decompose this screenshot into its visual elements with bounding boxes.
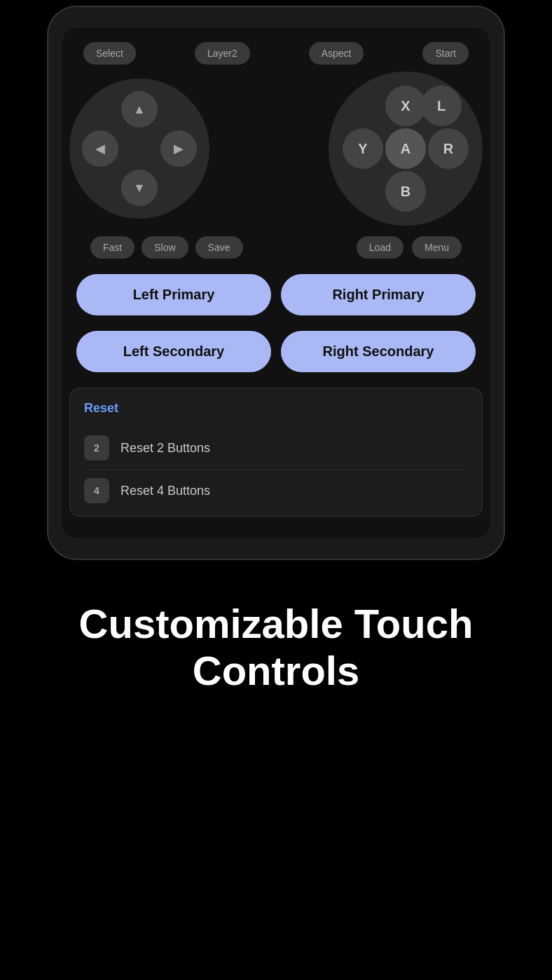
joysticks-row: ▲ ▼ ◀ ▶ X L [69,72,483,226]
x-button[interactable]: X [385,86,426,126]
reset-2-buttons-item[interactable]: 2 Reset 2 Buttons [84,427,468,470]
reset-panel: Reset 2 Reset 2 Buttons 4 Reset 4 Button… [69,388,483,517]
abxy-pad: X L Y A R B [329,72,483,226]
primary-action-buttons-row: Left Primary Right Primary [69,274,483,315]
left-secondary-button[interactable]: Left Secondary [76,331,271,372]
dpad-left-button[interactable]: ◀ [82,130,118,167]
dpad-up-button[interactable]: ▲ [121,91,158,128]
reset-4-icon: 4 [84,478,109,503]
save-button[interactable]: Save [195,236,243,259]
dpad: ▲ ▼ ◀ ▶ [69,79,209,219]
right-primary-button[interactable]: Right Primary [281,274,476,315]
y-button[interactable]: Y [343,128,383,169]
down-arrow-icon: ▼ [133,181,146,196]
start-button[interactable]: Start [422,42,469,64]
menu-button[interactable]: Menu [412,236,462,259]
l-button[interactable]: L [421,86,462,126]
reset-2-icon: 2 [84,435,109,461]
reset-4-label: Reset 4 Buttons [120,484,210,498]
secondary-action-buttons-row: Left Secondary Right Secondary [69,331,483,372]
up-arrow-icon: ▲ [133,102,146,117]
dpad-down-button[interactable]: ▼ [121,170,158,206]
slow-button[interactable]: Slow [142,236,188,259]
r-button[interactable]: R [428,128,469,169]
left-primary-button[interactable]: Left Primary [76,274,271,315]
a-button[interactable]: A [385,128,426,169]
right-bottom-buttons: Load Menu [357,236,462,259]
reset-4-buttons-item[interactable]: 4 Reset 4 Buttons [84,470,468,503]
phone-frame: Select Layer2 Aspect Start ▲ ▼ ◀ ▶ [48,7,504,559]
load-button[interactable]: Load [357,236,403,259]
main-title: Customizable Touch Controls [28,601,524,694]
left-bottom-buttons: Fast Slow Save [90,236,243,259]
right-arrow-icon: ▶ [174,141,184,156]
bottom-section: Customizable Touch Controls [0,559,552,736]
top-buttons-row: Select Layer2 Aspect Start [69,42,483,64]
controller-area: Select Layer2 Aspect Start ▲ ▼ ◀ ▶ [62,28,490,538]
aspect-button[interactable]: Aspect [309,42,364,64]
reset-panel-title: Reset [84,401,468,416]
fast-button[interactable]: Fast [90,236,134,259]
dpad-right-button[interactable]: ▶ [160,130,197,167]
b-button[interactable]: B [385,171,426,212]
right-secondary-button[interactable]: Right Secondary [281,331,476,372]
select-button[interactable]: Select [83,42,136,64]
layer2-button[interactable]: Layer2 [195,42,250,64]
bottom-buttons-row: Fast Slow Save Load Menu [69,226,483,259]
reset-2-label: Reset 2 Buttons [120,441,210,456]
left-arrow-icon: ◀ [95,141,105,156]
